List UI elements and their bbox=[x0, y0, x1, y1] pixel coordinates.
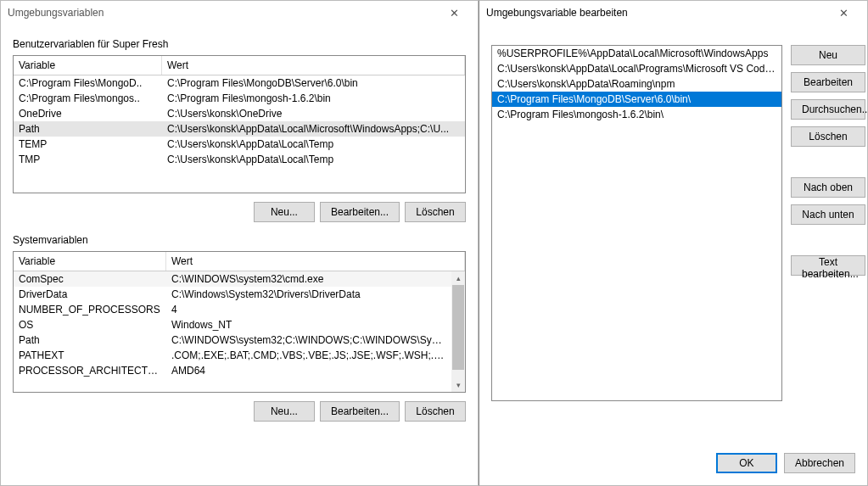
move-down-button[interactable]: Nach unten bbox=[791, 204, 865, 225]
table-row[interactable]: PATHEXT.COM;.EXE;.BAT;.CMD;.VBS;.VBE;.JS… bbox=[14, 348, 465, 363]
table-row[interactable]: DriverDataC:\Windows\System32\Drivers\Dr… bbox=[14, 287, 465, 302]
cell-variable: PROCESSOR_ARCHITECTU... bbox=[14, 363, 166, 378]
list-item[interactable]: C:\Users\konsk\AppData\Roaming\npm bbox=[492, 76, 781, 92]
cell-variable: DriverData bbox=[14, 287, 166, 302]
cell-value: AMD64 bbox=[166, 363, 451, 378]
cell-value: C:\Users\konsk\OneDrive bbox=[162, 106, 465, 121]
cell-variable: C:\Program Files\mongos.. bbox=[14, 91, 162, 106]
new-button[interactable]: Neu bbox=[791, 45, 865, 65]
user-delete-button[interactable]: Löschen bbox=[405, 202, 466, 222]
close-icon[interactable]: ✕ bbox=[437, 7, 471, 20]
cell-value: C:\Users\konsk\AppData\Local\Temp bbox=[162, 137, 465, 152]
list-item[interactable]: C:\Users\konsk\AppData\Local\Programs\Mi… bbox=[492, 61, 781, 76]
table-row[interactable]: TMPC:\Users\konsk\AppData\Local\Temp bbox=[14, 152, 465, 167]
user-button-row: Neu... Bearbeiten... Löschen bbox=[13, 202, 466, 222]
system-vars-label: Systemvariablen bbox=[13, 234, 466, 246]
cell-variable: OneDrive bbox=[14, 106, 162, 121]
cancel-button[interactable]: Abbrechen bbox=[784, 453, 855, 473]
cell-value: C:\Windows\System32\Drivers\DriverData bbox=[166, 287, 451, 302]
right-button-column: Neu Bearbeiten Durchsuchen... Löschen Na… bbox=[782, 36, 867, 410]
cell-variable: TEMP bbox=[14, 137, 162, 152]
scroll-up-icon[interactable]: ▴ bbox=[451, 271, 465, 285]
cell-value: Windows_NT bbox=[166, 317, 451, 332]
scrollbar-thumb[interactable] bbox=[452, 285, 464, 370]
table-row[interactable]: ComSpecC:\WINDOWS\system32\cmd.exe bbox=[14, 271, 465, 287]
cell-variable: Path bbox=[14, 121, 162, 137]
edit-text-button[interactable]: Text bearbeiten... bbox=[791, 255, 865, 276]
cell-value: C:\Users\konsk\AppData\Local\Microsoft\W… bbox=[162, 121, 465, 137]
browse-button[interactable]: Durchsuchen... bbox=[791, 99, 865, 120]
cell-variable: C:\Program Files\MongoD.. bbox=[14, 75, 162, 91]
cell-variable: TMP bbox=[14, 152, 162, 167]
table-row[interactable]: C:\Program Files\mongos..C:\Program File… bbox=[14, 91, 465, 106]
close-icon[interactable]: ✕ bbox=[826, 7, 860, 20]
edit-env-var-dialog: Umgebungsvariable bearbeiten ✕ %USERPROF… bbox=[479, 0, 868, 486]
ok-button[interactable]: OK bbox=[716, 453, 777, 473]
system-button-row: Neu... Bearbeiten... Löschen bbox=[13, 401, 466, 422]
cell-value: .COM;.EXE;.BAT;.CMD;.VBS;.VBE;.JS;.JSE;.… bbox=[166, 348, 451, 363]
system-edit-button[interactable]: Bearbeiten... bbox=[320, 401, 400, 422]
system-delete-button[interactable]: Löschen bbox=[405, 401, 466, 422]
cell-value: 4 bbox=[166, 302, 451, 317]
user-vars-label: Benutzervariablen für Super Fresh bbox=[13, 38, 466, 50]
titlebar-right: Umgebungsvariable bearbeiten ✕ bbox=[479, 1, 867, 25]
table-row[interactable]: C:\Program Files\MongoD..C:\Program File… bbox=[14, 75, 465, 91]
cell-value: C:\Program Files\mongosh-1.6.2\bin bbox=[162, 91, 465, 106]
user-vars-table[interactable]: Variable Wert C:\Program Files\MongoD..C… bbox=[13, 55, 466, 193]
path-entries-list[interactable]: %USERPROFILE%\AppData\Local\Microsoft\Wi… bbox=[491, 45, 782, 401]
user-edit-button[interactable]: Bearbeiten... bbox=[320, 202, 400, 222]
cell-value: C:\WINDOWS\system32;C:\WINDOWS;C:\WINDOW… bbox=[166, 332, 451, 348]
user-new-button[interactable]: Neu... bbox=[254, 202, 315, 222]
title-text: Umgebungsvariablen bbox=[8, 7, 104, 19]
table-header: Variable Wert bbox=[14, 252, 465, 271]
cell-variable: ComSpec bbox=[14, 271, 166, 287]
list-item[interactable]: C:\Program Files\MongoDB\Server\6.0\bin\ bbox=[492, 92, 781, 107]
col-variable[interactable]: Variable bbox=[14, 252, 166, 271]
col-variable[interactable]: Variable bbox=[14, 56, 162, 75]
cell-value: C:\Program Files\MongoDB\Server\6.0\bin bbox=[162, 75, 465, 91]
cell-variable: NUMBER_OF_PROCESSORS bbox=[14, 302, 166, 317]
cell-variable: PATHEXT bbox=[14, 348, 166, 363]
table-row[interactable]: PathC:\WINDOWS\system32;C:\WINDOWS;C:\WI… bbox=[14, 332, 465, 348]
cell-value: C:\WINDOWS\system32\cmd.exe bbox=[166, 271, 451, 287]
cell-value: C:\Users\konsk\AppData\Local\Temp bbox=[162, 152, 465, 167]
footer-buttons: OK Abbrechen bbox=[716, 453, 855, 473]
table-row[interactable]: PROCESSOR_ARCHITECTU...AMD64 bbox=[14, 363, 465, 378]
list-item[interactable]: %USERPROFILE%\AppData\Local\Microsoft\Wi… bbox=[492, 46, 781, 61]
table-row[interactable]: OSWindows_NT bbox=[14, 317, 465, 332]
table-row[interactable]: OneDriveC:\Users\konsk\OneDrive bbox=[14, 106, 465, 121]
cell-variable: Path bbox=[14, 332, 166, 348]
edit-button[interactable]: Bearbeiten bbox=[791, 72, 865, 92]
titlebar-left: Umgebungsvariablen ✕ bbox=[1, 1, 478, 25]
title-text: Umgebungsvariable bearbeiten bbox=[486, 7, 628, 19]
scroll-down-icon[interactable]: ▾ bbox=[451, 378, 465, 392]
table-row[interactable]: PathC:\Users\konsk\AppData\Local\Microso… bbox=[14, 121, 465, 137]
cell-variable: OS bbox=[14, 317, 166, 332]
system-new-button[interactable]: Neu... bbox=[254, 401, 315, 422]
delete-button[interactable]: Löschen bbox=[791, 126, 865, 147]
list-item[interactable]: C:\Program Files\mongosh-1.6.2\bin\ bbox=[492, 107, 781, 122]
table-row[interactable]: TEMPC:\Users\konsk\AppData\Local\Temp bbox=[14, 137, 465, 152]
system-vars-table[interactable]: Variable Wert ComSpecC:\WINDOWS\system32… bbox=[13, 251, 466, 393]
move-up-button[interactable]: Nach oben bbox=[791, 177, 865, 198]
table-row[interactable]: NUMBER_OF_PROCESSORS4 bbox=[14, 302, 465, 317]
scrollbar[interactable]: ▴ ▾ bbox=[451, 271, 465, 392]
col-value[interactable]: Wert bbox=[162, 56, 465, 75]
col-value[interactable]: Wert bbox=[166, 252, 465, 271]
env-vars-dialog: Umgebungsvariablen ✕ Benutzervariablen f… bbox=[0, 0, 479, 486]
table-header: Variable Wert bbox=[14, 56, 465, 75]
